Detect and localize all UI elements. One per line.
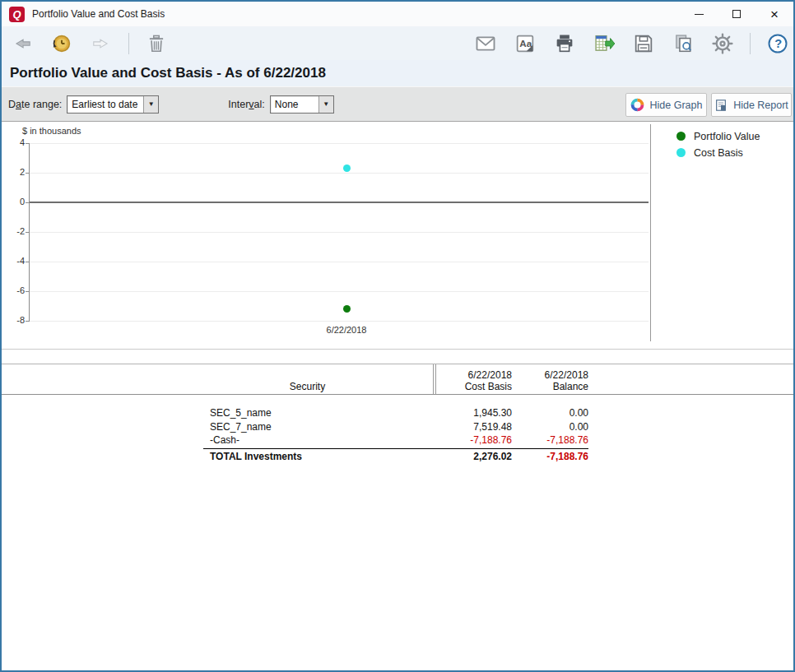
close-button[interactable]: × [755,2,793,26]
save-button[interactable] [631,31,656,56]
interval-select[interactable]: None ▼ [270,95,334,114]
date-range-select[interactable]: Earliest to date ▼ [67,95,159,114]
gridline [30,291,649,292]
save-floppy-icon [632,32,655,55]
close-icon: × [770,7,779,21]
help-button[interactable]: ? [765,31,790,56]
forward-arrow-icon [91,33,112,54]
page-title: Portfolio Value and Cost Basis - As of 6… [2,60,793,87]
y-tick-mark [26,173,29,174]
back-arrow-icon [12,33,33,54]
gridline [30,143,649,144]
gridline [30,321,649,322]
maximize-icon [732,10,741,18]
interval-label: Interval: [228,99,264,110]
app-window: Q Portfolio Value and Cost Basis × [0,0,795,672]
data-point-cost-basis [343,165,351,172]
export-button[interactable] [592,31,616,56]
legend-item-portfolio-value: Portfolio Value [676,130,760,142]
column-header-balance: 6/22/2018 Balance [512,369,588,394]
toolbar-separator [750,33,751,54]
zero-gridline [30,202,649,203]
y-tick-label: 2 [2,167,25,177]
report-header-bottom-rule [2,394,793,395]
y-tick-mark [26,262,29,262]
titlebar: Q Portfolio Value and Cost Basis × [2,2,793,26]
history-button[interactable] [49,31,74,56]
table-row[interactable]: SEC_7_name 7,519.48 0.00 [203,419,588,433]
donut-chart-icon [630,98,644,112]
font-size-button[interactable]: Aa [513,31,537,56]
table-row[interactable]: -Cash- -7,188.76 -7,188.76 [203,433,588,447]
y-tick-mark [26,202,29,203]
window-title: Portfolio Value and Cost Basis [32,8,165,20]
y-tick-mark [26,143,29,144]
export-spreadsheet-icon [593,32,616,55]
maximize-button[interactable] [718,2,755,26]
settings-button[interactable] [710,31,735,56]
y-tick-label: -2 [2,226,25,236]
report-panel: Security 6/22/2018 Cost Basis 6/22/2018 … [2,350,793,670]
legend-item-cost-basis: Cost Basis [676,146,760,159]
gear-icon [711,32,734,55]
quicken-logo-icon: Q [9,7,25,22]
trash-icon [146,33,167,54]
y-tick-label: 0 [2,197,25,206]
filter-bar: Date range: Earliest to date ▼ Interval:… [2,87,793,122]
report-body: SEC_5_name 1,945.30 0.00 SEC_7_name 7,51… [203,406,588,462]
column-header-security: Security [203,381,411,394]
hide-graph-button[interactable]: Hide Graph [625,93,707,117]
print-preview-button[interactable] [671,31,695,56]
toolbar-separator [128,33,129,54]
gridline [30,173,649,174]
email-button[interactable] [473,31,498,56]
x-axis-label: 6/22/2018 [305,325,388,335]
delete-button[interactable] [144,31,169,56]
portfolio-value-dot-icon [676,132,686,141]
cost-basis-dot-icon [676,148,686,157]
y-axis-units-label: $ in thousands [22,126,81,136]
font-size-icon: Aa [514,32,537,55]
back-button[interactable] [10,31,35,56]
report-header-row: Security 6/22/2018 Cost Basis 6/22/2018 … [203,364,588,394]
gridline [30,232,649,233]
window-controls: × [680,2,793,26]
svg-text:Aa: Aa [519,38,532,49]
hide-report-button[interactable]: Hide Report [711,93,792,117]
chevron-down-icon[interactable]: ▼ [318,96,333,113]
toolbar-right-group: Aa [473,31,790,56]
y-tick-label: -8 [2,315,25,325]
hide-graph-label: Hide Graph [650,100,703,111]
y-tick-label: 4 [2,137,25,147]
chart-legend: Portfolio Value Cost Basis [676,130,760,163]
help-icon: ? [766,32,789,55]
print-button[interactable] [552,31,577,56]
data-point-portfolio-value [343,305,351,313]
envelope-icon [474,32,497,55]
toolbar: Aa [2,26,793,60]
minimize-icon [695,14,704,15]
svg-text:?: ? [774,37,782,50]
toolbar-left-group [10,31,169,56]
y-tick-label: -4 [2,256,25,266]
report-page-icon [714,99,728,112]
date-range-label: Date range: [8,99,62,110]
minimize-button[interactable] [680,2,718,26]
column-header-cost-basis: 6/22/2018 Cost Basis [411,369,512,394]
table-row[interactable]: SEC_5_name 1,945.30 0.00 [203,406,588,419]
y-tick-mark [26,321,29,322]
printer-icon [553,32,576,55]
graph-panel: $ in thousands 6/22/2018 Portfolio Value… [2,122,793,349]
legend-separator [650,124,651,341]
history-clock-icon [50,32,73,55]
y-tick-label: -6 [2,285,25,295]
gridline [30,262,649,262]
preview-pages-icon [672,32,695,55]
table-total-row: TOTAL Investments 2,276.02 -7,188.76 [203,448,588,462]
hide-report-label: Hide Report [733,100,788,111]
y-tick-mark [26,232,29,233]
chevron-down-icon[interactable]: ▼ [143,96,158,113]
forward-button[interactable] [89,31,114,56]
y-tick-mark [26,291,29,292]
